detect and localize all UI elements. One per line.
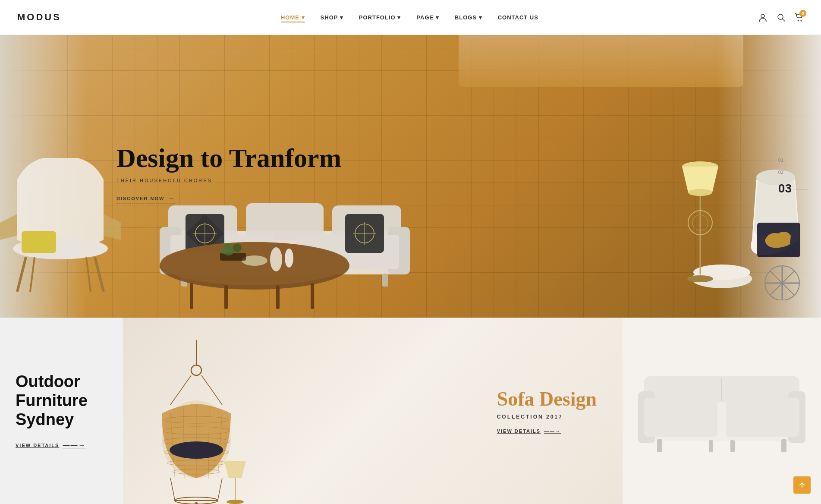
svg-rect-89 [726,398,799,437]
floor-lamp-illustration [679,145,722,296]
brand-logo[interactable]: MODUS [17,12,61,23]
nav-item-page[interactable]: PAGE ▾ [416,13,439,21]
svg-point-0 [761,14,764,18]
svg-rect-94 [781,439,786,452]
nav-link-blogs[interactable]: BLOGS ▾ [455,14,482,21]
scroll-top-button[interactable] [793,476,811,494]
svg-line-76 [170,478,175,500]
nav-item-blogs[interactable]: BLOGS ▾ [455,13,482,21]
svg-line-2 [783,19,785,21]
svg-point-36 [221,247,228,254]
slide-indicators: 01 02 03 [778,158,808,195]
nav-item-home[interactable]: HOME ▾ [281,13,305,21]
bottom-right-panel [623,318,821,504]
slide-indicator-3[interactable]: 03 [778,182,808,195]
svg-point-35 [233,243,242,252]
coffee-table-illustration [155,240,354,318]
svg-line-48 [86,257,91,292]
nav-link-page[interactable]: PAGE ▾ [416,14,439,21]
ceiling-panel [459,35,743,87]
svg-point-43 [687,275,713,282]
arrow-right-icon: ——→ [544,428,561,433]
cart-badge: 0 [799,10,806,17]
svg-line-77 [218,478,222,500]
white-sofa-illustration [631,350,812,471]
svg-point-32 [285,249,293,268]
svg-rect-14 [382,274,388,287]
svg-rect-27 [276,285,280,309]
svg-line-47 [30,257,35,292]
arrow-right-icon: ——→ [63,441,86,449]
svg-rect-28 [311,283,314,309]
product-info: Sofa Design COLLECTION 2017 VIEW DETAILS… [497,388,597,434]
cart-wrapper[interactable]: 0 [794,13,804,22]
product-cta[interactable]: VIEW DETAILS ——→ [497,428,597,433]
svg-rect-91 [657,439,662,452]
svg-rect-49 [22,231,56,253]
svg-line-45 [17,257,26,292]
navbar: MODUS HOME ▾ SHOP ▾ PORTFOLIO ▾ PAGE ▾ [0,0,821,35]
hero-background: Design to Tranform THEIR HOUSEHOLD CHORE… [0,35,821,318]
svg-marker-38 [682,167,718,192]
svg-rect-88 [644,398,717,437]
svg-rect-26 [224,285,228,309]
svg-point-75 [170,441,223,459]
slide-indicator-2[interactable]: 02 [778,170,808,175]
svg-point-31 [270,247,282,271]
bottom-left-title: Outdoor Furniture Sydney [16,372,107,429]
svg-point-3 [797,20,799,22]
product-subtitle: COLLECTION 2017 [497,413,597,419]
hero-subtitle: THEIR HOUSEHOLD CHORES [116,178,341,183]
svg-rect-25 [190,283,193,309]
svg-rect-92 [709,440,713,452]
nav-item-contact[interactable]: CONTACT US [498,13,538,21]
svg-point-60 [191,365,201,375]
chair-left-illustration [0,145,121,296]
hero-content: Design to Tranform THEIR HOUSEHOLD CHORE… [116,143,341,203]
bottom-left-cta[interactable]: VIEW DETAILS ——→ [16,441,107,449]
nav-item-portfolio[interactable]: PORTFOLIO ▾ [359,13,401,21]
svg-point-80 [195,502,198,504]
svg-point-83 [226,500,244,504]
product-title: Sofa Design [497,388,597,410]
small-lamp-illustration [222,452,248,504]
svg-line-61 [170,375,191,405]
nav-menu: HOME ▾ SHOP ▾ PORTFOLIO ▾ PAGE ▾ BLO [281,13,538,21]
nav-link-shop[interactable]: SHOP ▾ [321,14,343,21]
hero-section: Design to Tranform THEIR HOUSEHOLD CHORE… [0,35,821,318]
nav-icons: 0 [758,13,804,22]
bottom-center-panel: Sofa Design COLLECTION 2017 VIEW DETAILS… [123,318,623,504]
svg-rect-30 [155,240,162,253]
bottom-section: Outdoor Furniture Sydney VIEW DETAILS ——… [0,318,821,504]
svg-marker-81 [224,461,246,478]
hero-title: Design to Tranform [116,143,341,173]
search-icon[interactable] [776,13,786,22]
svg-point-39 [688,189,712,196]
hero-cta-button[interactable]: DISCOVER NOW → [116,195,175,203]
svg-point-4 [800,20,802,22]
nav-link-home[interactable]: HOME ▾ [281,14,305,22]
nav-item-shop[interactable]: SHOP ▾ [321,13,343,21]
svg-point-1 [778,14,783,19]
slide-indicator-1[interactable]: 01 [778,158,808,163]
bottom-left-panel: Outdoor Furniture Sydney VIEW DETAILS ——… [0,318,123,504]
svg-line-46 [95,257,104,292]
arrow-right-icon: → [168,195,175,202]
svg-line-62 [201,375,222,405]
nav-link-contact[interactable]: CONTACT US [498,14,538,21]
svg-rect-93 [730,440,735,452]
account-icon[interactable] [758,13,768,22]
svg-rect-7 [246,203,324,240]
nav-link-portfolio[interactable]: PORTFOLIO ▾ [359,14,401,21]
